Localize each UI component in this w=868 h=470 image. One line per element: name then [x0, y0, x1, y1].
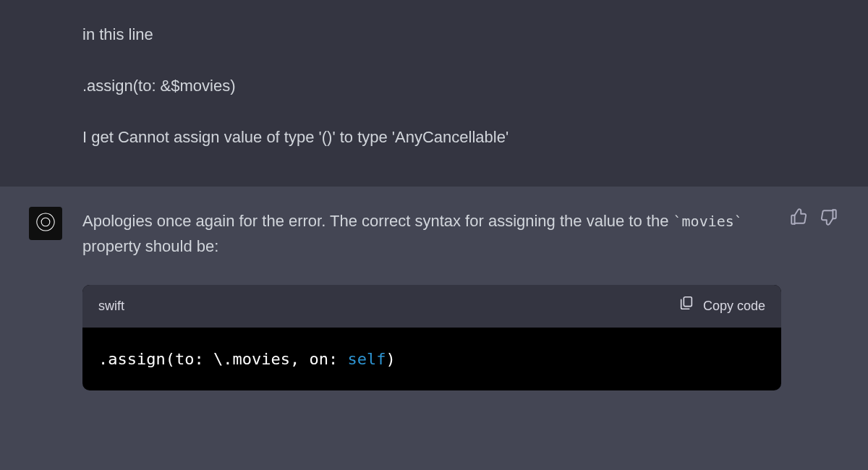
- copy-code-button[interactable]: Copy code: [678, 295, 765, 317]
- code-token: ): [386, 350, 395, 368]
- openai-logo-icon: [35, 211, 56, 236]
- user-line-3: I get Cannot assign value of type '()' t…: [82, 124, 781, 150]
- assistant-intro-prefix: Apologies once again for the error. The …: [82, 212, 673, 230]
- thumbs-down-button[interactable]: [819, 208, 839, 228]
- thumbs-down-icon: [820, 208, 838, 229]
- assistant-avatar-col: [29, 207, 62, 390]
- code-token: .assign(to: \.movies,: [98, 350, 309, 368]
- user-line-2: .assign(to: &$movies): [82, 73, 781, 98]
- assistant-avatar: [29, 207, 62, 240]
- copy-code-label: Copy code: [703, 296, 765, 317]
- code-token: :: [328, 350, 348, 368]
- feedback-actions: [788, 208, 839, 228]
- svg-point-0: [41, 218, 50, 226]
- svg-rect-1: [684, 297, 692, 307]
- code-token: on: [309, 350, 328, 368]
- assistant-intro-suffix: property should be:: [82, 237, 218, 255]
- thumbs-up-icon: [789, 208, 808, 229]
- code-language-label: swift: [98, 296, 124, 317]
- code-token-self: self: [347, 350, 386, 368]
- assistant-message: Apologies once again for the error. The …: [0, 187, 868, 411]
- user-avatar-slot: [29, 20, 62, 150]
- clipboard-icon: [678, 295, 694, 317]
- user-line-1: in this line: [82, 22, 781, 47]
- code-body: .assign(to: \.movies, on: self): [82, 328, 781, 390]
- assistant-content: Apologies once again for the error. The …: [82, 207, 781, 390]
- code-block: swift Copy code .assign(to: \.movies, on…: [82, 285, 781, 390]
- thumbs-up-button[interactable]: [788, 208, 809, 228]
- user-message: in this line .assign(to: &$movies) I get…: [0, 0, 868, 187]
- inline-code-movies: `movies`: [673, 213, 743, 230]
- code-header: swift Copy code: [82, 285, 781, 328]
- user-content: in this line .assign(to: &$movies) I get…: [82, 20, 781, 150]
- assistant-intro: Apologies once again for the error. The …: [82, 208, 781, 259]
